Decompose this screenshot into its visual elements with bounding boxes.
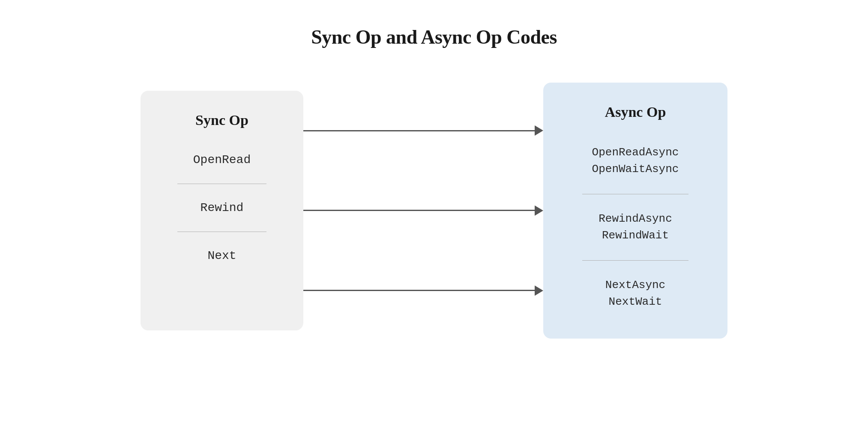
arrow-line-2 xyxy=(303,210,535,211)
async-item-rewindwait: RewindWait xyxy=(602,227,669,244)
arrows-container xyxy=(303,91,543,330)
arrow-head-2 xyxy=(535,205,543,216)
async-item-openreadasync: OpenReadAsync xyxy=(592,144,679,161)
async-item-openwaitasync: OpenWaitAsync xyxy=(592,161,679,178)
async-op-box: Async Op OpenReadAsync OpenWaitAsync Rew… xyxy=(543,83,727,339)
async-item-nextwait: NextWait xyxy=(609,294,662,310)
async-group-3: NextAsync NextWait xyxy=(605,270,665,317)
sync-item-next: Next xyxy=(207,241,236,270)
async-divider-1 xyxy=(582,194,688,194)
async-item-nextasync: NextAsync xyxy=(605,277,665,294)
page-container: Sync Op and Async Op Codes Sync Op OpenR… xyxy=(0,0,868,440)
async-op-title: Async Op xyxy=(605,104,666,120)
sync-item-openread: OpenRead xyxy=(193,146,251,174)
async-group-1: OpenReadAsync OpenWaitAsync xyxy=(592,137,679,184)
divider-1 xyxy=(177,184,266,184)
arrow-line-3 xyxy=(303,290,535,291)
async-divider-2 xyxy=(582,260,688,261)
arrow-head-1 xyxy=(535,125,543,136)
diagram-container: Sync Op OpenRead Rewind Next Asyn xyxy=(0,83,868,339)
sync-op-box: Sync Op OpenRead Rewind Next xyxy=(141,91,303,330)
arrow-row-3 xyxy=(303,285,543,296)
sync-item-rewind: Rewind xyxy=(201,193,244,222)
arrow-row-1 xyxy=(303,125,543,136)
async-group-2: RewindAsync RewindWait xyxy=(599,204,672,251)
divider-2 xyxy=(177,232,266,232)
sync-op-title: Sync Op xyxy=(195,112,248,128)
arrow-line-1 xyxy=(303,130,535,131)
async-item-rewindasync: RewindAsync xyxy=(599,211,672,227)
page-title: Sync Op and Async Op Codes xyxy=(311,26,557,48)
arrow-head-3 xyxy=(535,285,543,296)
arrow-row-2 xyxy=(303,205,543,216)
